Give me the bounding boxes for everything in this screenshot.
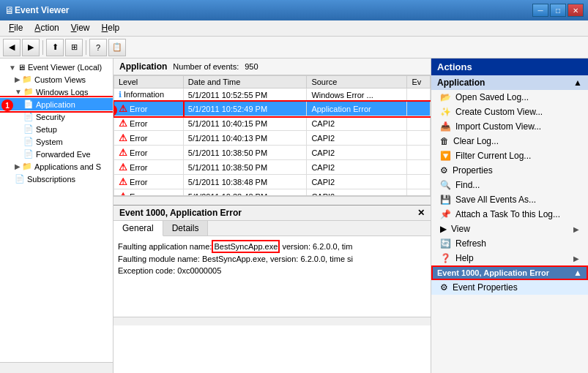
date-cell: 5/1/2011 10:38:50 PM: [183, 160, 307, 175]
error-icon: ⚠: [119, 191, 127, 195]
sidebar-item-customviews[interactable]: ▶ 📁 Custom Views: [0, 73, 113, 86]
action-find[interactable]: 🔍 Find...: [431, 178, 588, 192]
table-row[interactable]: ℹ Information 5/1/2011 10:52:55 PM Windo…: [114, 88, 431, 102]
action-import-custom-view[interactable]: 📥 Import Custom View...: [431, 119, 588, 134]
tab-details[interactable]: Details: [163, 221, 209, 236]
menu-help[interactable]: Help: [96, 22, 126, 34]
sidebar-item-appsservices[interactable]: ▶ 📁 Applications and S: [0, 160, 113, 173]
log-icon: 📄: [15, 174, 25, 184]
menu-view[interactable]: View: [65, 22, 96, 34]
col-datetime[interactable]: Date and Time: [183, 76, 307, 88]
date-cell: 5/1/2011 10:40:15 PM: [183, 116, 307, 131]
action-save-all[interactable]: 💾 Save All Events As...: [431, 192, 588, 207]
view-icon: ▶: [440, 224, 447, 234]
ev-cell: [407, 175, 431, 189]
table-row[interactable]: ⚠ Error 5/1/2011 10:38:50 PM CAPI2: [114, 160, 431, 175]
log-table-scroll[interactable]: Level Date and Time Source Ev ℹ Informat…: [113, 75, 431, 195]
sidebar-item-label: Windows Logs: [36, 88, 89, 97]
clear-icon: 🗑: [440, 136, 449, 146]
action-view[interactable]: ▶ View ▶: [431, 222, 588, 236]
action-event-properties[interactable]: ⚙ Event Properties: [431, 280, 588, 295]
toolbar-separator-2: [86, 40, 86, 55]
sidebar-item-subscriptions[interactable]: 📄 Subscriptions: [0, 173, 113, 185]
minimize-button[interactable]: ─: [532, 4, 548, 17]
action-properties[interactable]: ⚙ Properties: [431, 163, 588, 178]
highlight-app-name: BestSyncApp.exe: [214, 242, 278, 251]
table-row[interactable]: ⚠ Error 5/1/2011 10:38:48 PM CAPI2: [114, 175, 431, 189]
action-label: Save All Events As...: [455, 195, 579, 205]
badge-1: 1: [1, 99, 13, 111]
sidebar-item-windowslogs[interactable]: ▼ 📁 Windows Logs: [0, 86, 113, 98]
refresh-icon: 🔄: [440, 238, 451, 249]
action-label: Clear Log...: [453, 136, 579, 146]
col-ev[interactable]: Ev: [407, 76, 431, 88]
attach-icon: 📌: [440, 209, 451, 219]
up-button[interactable]: ⬆: [46, 39, 64, 56]
table-row[interactable]: 2 ⚠ Error 5/1/2011 10:52:49 PM Applicati…: [114, 102, 431, 116]
actions-application-header[interactable]: Application ▲: [431, 75, 588, 90]
menu-file[interactable]: File: [3, 22, 29, 34]
action-filter-log[interactable]: 🔽 Filter Current Log...: [431, 148, 588, 163]
main-layout: ▼ 🖥 Event Viewer (Local) ▶ 📁 Custom View…: [0, 59, 588, 373]
date-cell: 5/1/2011 10:38:50 PM: [183, 146, 307, 160]
expand-arrow: ▼: [9, 64, 16, 72]
detail-text: Faulting application name: BestSyncApp.e…: [118, 241, 426, 277]
sidebar-item-forwarded[interactable]: 📄 Forwarded Eve: [0, 148, 113, 160]
detail-close-button[interactable]: ✕: [417, 208, 425, 218]
filter-icon: 🔽: [440, 151, 451, 161]
table-row[interactable]: ⚠ Error 5/1/2011 10:40:13 PM CAPI2: [114, 131, 431, 146]
source-cell: Windows Error ...: [307, 88, 407, 102]
detail-panel: Event 1000, Application Error ✕ General …: [113, 205, 431, 325]
action-create-custom-view[interactable]: ✨ Create Custom View...: [431, 105, 588, 119]
forward-button[interactable]: ▶: [22, 39, 40, 56]
close-button[interactable]: ✕: [567, 4, 584, 17]
table-hscrollbar[interactable]: [113, 196, 431, 205]
sidebar-item-label: Forwarded Eve: [36, 150, 91, 159]
action-label: Create Custom View...: [455, 107, 579, 117]
action-attach-task[interactable]: 📌 Attach a Task To this Log...: [431, 207, 588, 222]
menu-action[interactable]: Action: [29, 22, 64, 34]
ev-cell: [407, 88, 431, 102]
help-button[interactable]: ?: [89, 39, 107, 56]
back-button[interactable]: ◀: [3, 39, 21, 56]
action-label: Find...: [455, 180, 579, 190]
table-row[interactable]: ⚠ Error 5/1/2011 10:40:15 PM CAPI2: [114, 116, 431, 131]
ev-cell: [407, 160, 431, 175]
table-row[interactable]: ⚠ Error 5/1/2011 10:38:48 PM CAPI2: [114, 189, 431, 196]
tab-general[interactable]: General: [113, 221, 163, 236]
source-cell: CAPI2: [307, 116, 407, 131]
left-panel-scrollbar[interactable]: [0, 362, 113, 373]
sidebar-item-setup[interactable]: 📄 Setup: [0, 123, 113, 135]
date-cell: 5/1/2011 10:38:48 PM: [183, 189, 307, 196]
error-icon: ⚠: [119, 132, 127, 143]
action-clear-log[interactable]: 🗑 Clear Log...: [431, 134, 588, 148]
action-label: Import Custom View...: [455, 121, 579, 132]
actions-event-header[interactable]: Event 1000, Application Error ▲: [431, 265, 588, 280]
action-help[interactable]: ❓ Help ▶: [431, 251, 588, 265]
center-panel: Application Number of events: 950 Level …: [113, 59, 431, 373]
sidebar-item-root[interactable]: ▼ 🖥 Event Viewer (Local): [0, 61, 113, 73]
sidebar-item-security[interactable]: 📄 Security: [0, 110, 113, 123]
maximize-button[interactable]: □: [550, 4, 566, 17]
show-hide-button[interactable]: ⊞: [65, 39, 83, 56]
col-level[interactable]: Level: [114, 76, 184, 88]
sidebar-item-label: Application: [36, 100, 75, 109]
badge-2: 2: [113, 105, 117, 116]
action-open-saved-log[interactable]: 📂 Open Saved Log...: [431, 90, 588, 105]
date-cell: 5/1/2011 10:52:49 PM: [183, 102, 307, 116]
table-row[interactable]: ⚠ Error 5/1/2011 10:38:50 PM CAPI2: [114, 146, 431, 160]
action-refresh[interactable]: 🔄 Refresh: [431, 236, 588, 251]
expand-arrow: ▶: [15, 162, 21, 170]
ev-cell: [407, 146, 431, 160]
source-cell: CAPI2: [307, 189, 407, 196]
sidebar-item-label: System: [36, 137, 63, 146]
sidebar-item-label: Custom Views: [34, 75, 86, 84]
detail-hscrollbar[interactable]: [113, 317, 431, 325]
sidebar-item-application[interactable]: 📄 Application: [0, 98, 113, 110]
col-source[interactable]: Source: [307, 76, 407, 88]
sidebar-item-system[interactable]: 📄 System: [0, 135, 113, 148]
sidebar-item-label: Subscriptions: [27, 175, 75, 184]
level-cell: ℹ Information: [114, 88, 184, 102]
export-button[interactable]: 📋: [108, 39, 126, 56]
level-cell: ⚠ Error: [114, 160, 184, 175]
